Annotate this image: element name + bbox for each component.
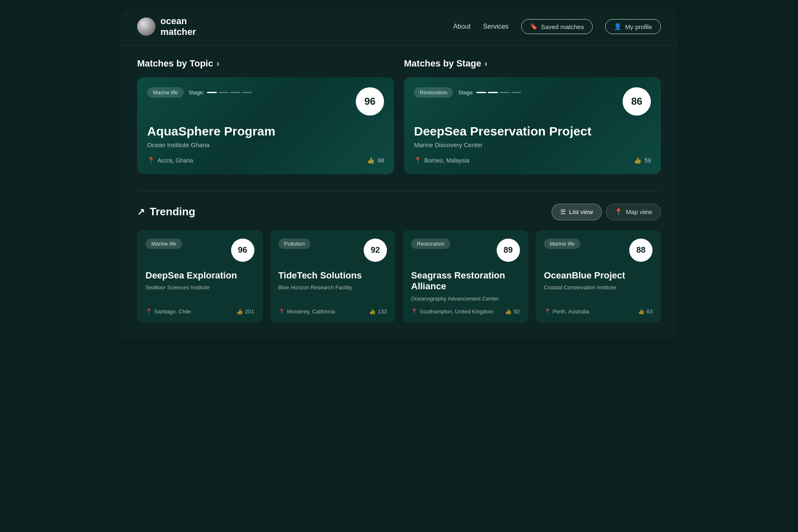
stage-tag: Restoration bbox=[414, 87, 453, 98]
card-likes: 👍 63 bbox=[638, 308, 653, 315]
small-card-top: Marine life 96 bbox=[145, 239, 254, 262]
nav-about[interactable]: About bbox=[453, 23, 470, 30]
match-score: 96 bbox=[356, 87, 384, 116]
card-location: 📍 Southampton, United Kingdom bbox=[411, 308, 493, 315]
card-likes: 👍 201 bbox=[236, 308, 254, 315]
matches-by-topic-header[interactable]: Matches by Topic › bbox=[137, 58, 394, 69]
matches-by-topic-section: Matches by Topic › Marine life Stage: bbox=[137, 58, 394, 174]
map-view-button[interactable]: 📍 Map view bbox=[606, 204, 661, 220]
card-bottom: 📍 Santiago, Chile 👍 201 bbox=[145, 308, 254, 315]
card-org: Ocean Institute Ghana bbox=[147, 141, 384, 148]
stage-dots bbox=[207, 92, 252, 93]
stage-dot-1 bbox=[207, 92, 217, 93]
small-card-top: Marine life 88 bbox=[544, 239, 653, 262]
card-bottom-row: 📍 Accra, Ghana 👍 68 bbox=[147, 157, 384, 164]
bookmark-icon: 🔖 bbox=[530, 23, 538, 30]
topic-tag: Marine life bbox=[147, 87, 184, 98]
card-title: Seagrass Restoration Alliance bbox=[411, 270, 520, 292]
stage-dot-2 bbox=[488, 92, 498, 93]
stage-dot-4 bbox=[242, 92, 252, 93]
card-title: AquaSphere Program bbox=[147, 124, 384, 139]
card-location: 📍 Perth, Australia bbox=[544, 308, 589, 315]
thumbs-up-icon: 👍 bbox=[236, 308, 243, 315]
top-sections: Matches by Topic › Marine life Stage: bbox=[137, 58, 661, 174]
user-icon: 👤 bbox=[614, 23, 622, 30]
card-top-row: Restoration Stage: bbox=[414, 87, 651, 116]
trending-grid: Marine life 96 DeepSea Exploration Seafl… bbox=[137, 230, 661, 323]
location-pin-icon: 📍 bbox=[278, 308, 285, 315]
card-top-row: Marine life Stage: bbox=[147, 87, 384, 116]
card-location: 📍 Accra, Ghana bbox=[147, 157, 193, 164]
main-nav: About Services 🔖 Saved matches 👤 My prof… bbox=[453, 19, 661, 34]
my-profile-button[interactable]: 👤 My profile bbox=[605, 19, 661, 34]
stage-dot-4 bbox=[511, 92, 521, 93]
section-divider bbox=[137, 191, 661, 191]
match-score: 88 bbox=[629, 239, 653, 262]
card-org: Blue Horizon Research Facility bbox=[278, 284, 387, 301]
small-card-top: Restoration 89 bbox=[411, 239, 520, 262]
trending-icon: ↗ bbox=[137, 207, 145, 217]
thumbs-up-icon: 👍 bbox=[634, 157, 642, 164]
list-icon: ☰ bbox=[560, 208, 566, 216]
list-view-button[interactable]: ☰ List view bbox=[552, 204, 602, 220]
card-tags: Marine life Stage: bbox=[147, 87, 252, 98]
location-pin-icon: 📍 bbox=[411, 308, 418, 315]
card-tag: Restoration bbox=[411, 239, 450, 249]
app-name: ocean matcher bbox=[160, 16, 196, 38]
matches-by-stage-section: Matches by Stage › Restoration Stage: bbox=[404, 58, 661, 174]
card-likes: 👍 59 bbox=[634, 157, 651, 164]
chevron-right-icon: › bbox=[485, 59, 488, 68]
card-tag: Marine life bbox=[145, 239, 182, 249]
card-bottom: 📍 Monterey, California 👍 132 bbox=[278, 308, 387, 315]
card-likes: 👍 92 bbox=[505, 308, 520, 315]
location-pin-icon: 📍 bbox=[147, 157, 155, 164]
stage-dots bbox=[476, 92, 521, 93]
saved-matches-button[interactable]: 🔖 Saved matches bbox=[521, 19, 593, 34]
card-bottom: 📍 Southampton, United Kingdom 👍 92 bbox=[411, 308, 520, 315]
match-score: 96 bbox=[231, 239, 254, 262]
card-org: Seafloor Sciences Institute bbox=[145, 284, 254, 301]
card-title: DeepSea Exploration bbox=[145, 270, 254, 281]
card-location: 📍 Santiago, Chile bbox=[145, 308, 191, 315]
card-location: 📍 Monterey, California bbox=[278, 308, 335, 315]
location-pin-icon: 📍 bbox=[544, 308, 551, 315]
map-icon: 📍 bbox=[615, 208, 623, 216]
nav-services[interactable]: Services bbox=[483, 23, 508, 30]
trending-header: ↗ Trending ☰ List view 📍 Map view bbox=[137, 204, 661, 220]
matches-by-stage-header[interactable]: Matches by Stage › bbox=[404, 58, 661, 69]
main-content: Matches by Topic › Marine life Stage: bbox=[121, 46, 677, 323]
logo: ocean matcher bbox=[137, 16, 196, 38]
card-org: Marine Discovery Center bbox=[414, 141, 651, 148]
logo-orb bbox=[137, 17, 155, 36]
stage-indicator: Stage: bbox=[458, 89, 521, 96]
card-tag: Marine life bbox=[544, 239, 581, 249]
card-org: Oceanography Advancement Center bbox=[411, 296, 520, 302]
trending-card[interactable]: Marine life 96 DeepSea Exploration Seafl… bbox=[137, 230, 263, 323]
thumbs-up-icon: 👍 bbox=[505, 308, 512, 315]
trending-card[interactable]: Pollution 92 TideTech Solutions Blue Hor… bbox=[270, 230, 396, 323]
card-bottom-row: 📍 Borneo, Malaysia 👍 59 bbox=[414, 157, 651, 164]
trending-card[interactable]: Restoration 89 Seagrass Restoration Alli… bbox=[403, 230, 528, 323]
card-title: TideTech Solutions bbox=[278, 270, 387, 281]
thumbs-up-icon: 👍 bbox=[369, 308, 376, 315]
stage-match-card[interactable]: Restoration Stage: bbox=[404, 77, 661, 174]
trending-card[interactable]: Marine life 88 OceanBlue Project Coastal… bbox=[536, 230, 661, 323]
thumbs-up-icon: 👍 bbox=[638, 308, 645, 315]
card-location: 📍 Borneo, Malaysia bbox=[414, 157, 469, 164]
card-tag: Pollution bbox=[278, 239, 311, 249]
trending-section: ↗ Trending ☰ List view 📍 Map view bbox=[137, 204, 661, 323]
thumbs-up-icon: 👍 bbox=[367, 157, 375, 164]
topic-match-card[interactable]: Marine life Stage: bbox=[137, 77, 394, 174]
small-card-top: Pollution 92 bbox=[278, 239, 387, 262]
header: ocean matcher About Services 🔖 Saved mat… bbox=[121, 8, 677, 46]
chevron-right-icon: › bbox=[217, 59, 219, 68]
card-tags: Restoration Stage: bbox=[414, 87, 521, 98]
stage-dot-3 bbox=[230, 92, 240, 93]
location-pin-icon: 📍 bbox=[414, 157, 422, 164]
trending-title: ↗ Trending bbox=[137, 205, 195, 218]
match-score: 92 bbox=[364, 239, 387, 262]
card-likes: 👍 132 bbox=[369, 308, 387, 315]
card-likes: 👍 68 bbox=[367, 157, 384, 164]
card-bottom: 📍 Perth, Australia 👍 63 bbox=[544, 308, 653, 315]
view-toggle: ☰ List view 📍 Map view bbox=[552, 204, 661, 220]
